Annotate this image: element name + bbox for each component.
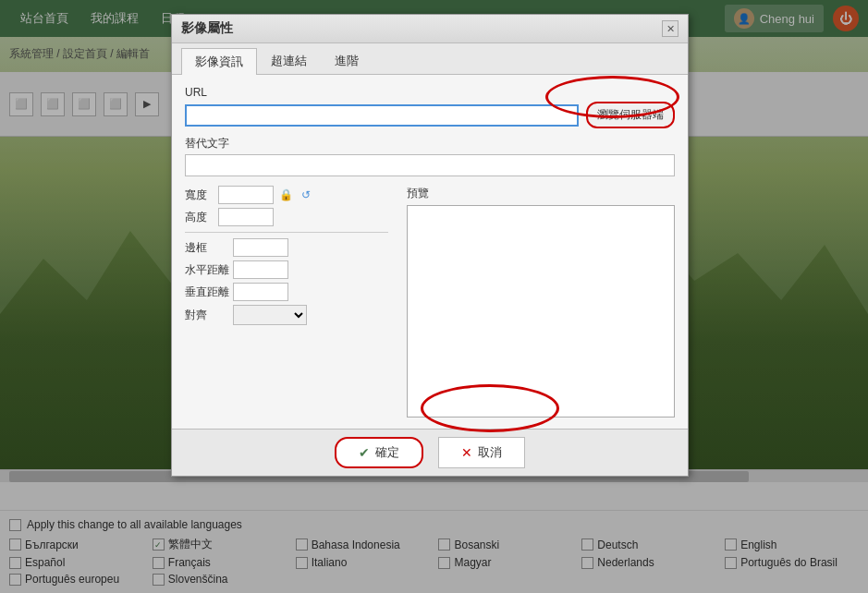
confirm-label: 確定 [375,444,399,461]
left-column: 寬度 🔒 ↺ 高度 邊框 水平距 [185,186,388,418]
height-row: 高度 [185,208,388,226]
cancel-label: 取消 [478,444,502,461]
height-label: 高度 [185,210,218,225]
url-row: 瀏覽伺服器端 [185,102,675,128]
x-icon: ✕ [461,445,472,460]
alt-input[interactable] [185,154,675,176]
right-column: 預覽 [407,186,675,418]
border-row: 邊框 [185,238,388,257]
modal-body: URL 瀏覽伺服器端 替代文字 寬度 🔒 ↺ [172,75,688,429]
align-select[interactable]: 左 右 置中 [233,305,307,325]
check-icon: ✔ [359,445,370,460]
align-label: 對齊 [185,308,233,323]
hspace-row: 水平距離 [185,260,388,279]
modal-title-bar: 影像屬性 ✕ [172,15,688,43]
reset-icon[interactable]: ↺ [298,187,314,203]
width-label: 寬度 [185,188,218,203]
lock-icon[interactable]: 🔒 [277,187,294,203]
preview-label: 預覽 [407,186,675,201]
hspace-input[interactable] [233,260,288,279]
vspace-label: 垂直距離 [185,284,233,300]
border-input[interactable] [233,238,288,257]
confirm-button[interactable]: ✔ 確定 [335,437,423,468]
modal-footer: ✔ 確定 ✕ 取消 [172,429,688,476]
height-input[interactable] [218,208,274,226]
image-properties-dialog: 影像屬性 ✕ 影像資訊 超連結 進階 URL 瀏覽伺服器端 替代文字 寬度 [171,14,689,477]
width-input[interactable] [218,186,274,204]
modal-close-button[interactable]: ✕ [662,20,679,37]
cancel-button[interactable]: ✕ 取消 [438,437,525,468]
modal-title: 影像屬性 [181,20,233,37]
alt-label: 替代文字 [185,136,675,151]
browse-server-button[interactable]: 瀏覽伺服器端 [586,102,675,128]
hspace-label: 水平距離 [185,262,233,278]
vspace-input[interactable] [233,283,288,301]
border-label: 邊框 [185,240,233,256]
tab-hyperlink[interactable]: 超連結 [257,47,321,74]
modal-tabs: 影像資訊 超連結 進階 [172,43,688,75]
align-row: 對齊 左 右 置中 [185,305,388,325]
two-col-section: 寬度 🔒 ↺ 高度 邊框 水平距 [185,186,675,418]
url-input[interactable] [185,104,579,127]
size-icons: 🔒 ↺ [277,187,314,203]
width-row: 寬度 🔒 ↺ [185,186,388,204]
preview-box [407,205,675,418]
divider-1 [185,232,388,233]
tab-image-info[interactable]: 影像資訊 [181,48,257,75]
tab-advanced[interactable]: 進階 [321,47,373,74]
vspace-row: 垂直距離 [185,283,388,301]
url-label: URL [185,86,675,99]
